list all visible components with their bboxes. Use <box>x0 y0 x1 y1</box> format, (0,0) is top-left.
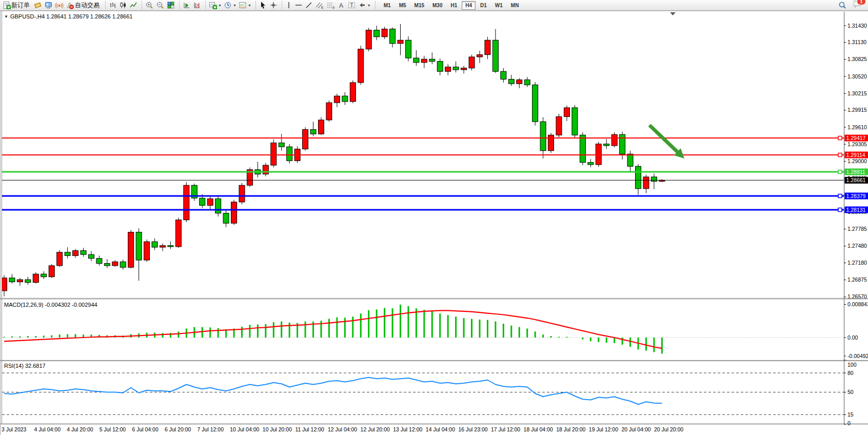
toolbar-separator <box>372 1 376 9</box>
timeframe-M5[interactable]: M5 <box>396 1 410 10</box>
cursor-button[interactable] <box>258 1 268 10</box>
rsi-axis-label: 50 <box>847 389 854 395</box>
svg-text:A: A <box>339 2 343 9</box>
timeframe-H1[interactable]: H1 <box>447 1 461 10</box>
price-tick-label: 1.30215 <box>847 90 867 96</box>
notifications-button[interactable]: 1 <box>853 0 863 11</box>
candle-up <box>2 278 7 291</box>
candlestick-chart-button[interactable] <box>118 1 128 10</box>
toolbar-separator <box>139 1 142 9</box>
indicators-dropdown-caret[interactable]: ▼ <box>218 4 222 7</box>
candle-down <box>65 252 70 256</box>
candle-up <box>564 108 569 116</box>
tile-windows-button[interactable] <box>166 1 176 10</box>
chart-canvas[interactable]: 1.314301.311301.308251.305201.302151.299… <box>0 11 868 435</box>
candle-down <box>604 144 609 146</box>
timeframe-D1[interactable]: D1 <box>477 1 490 10</box>
candle-up <box>350 83 356 102</box>
line-anchor-handle <box>838 208 842 211</box>
timeframe-W1[interactable]: W1 <box>491 1 506 10</box>
line-anchor-handle <box>838 170 842 173</box>
trendline-icon <box>305 1 313 9</box>
periods-button[interactable]: ▼ <box>223 1 238 10</box>
candle-down <box>374 30 380 37</box>
new-order-button[interactable]: 新订单 <box>2 1 32 10</box>
bar-chart-button[interactable] <box>108 1 118 10</box>
periods-dropdown-caret[interactable]: ▼ <box>233 4 236 7</box>
candle-up <box>382 29 387 37</box>
chart-window[interactable]: 1.314301.311301.308251.305201.302151.299… <box>0 11 868 435</box>
zoom-out-button[interactable] <box>155 1 166 10</box>
toolbar-right-group: 1 <box>837 0 868 11</box>
autotrading-button[interactable]: 自动交易 <box>65 1 102 10</box>
candle-down <box>627 154 633 166</box>
price-line-label: 1.28661 <box>846 177 866 183</box>
time-axis[interactable]: 3 Jul 20234 Jul 04:004 Jul 20:005 Jul 12… <box>2 426 683 432</box>
candle-up <box>33 274 38 282</box>
candle-up <box>596 144 601 165</box>
candle-up <box>144 242 150 260</box>
time-axis-label: 3 Jul 2023 <box>2 426 27 432</box>
timeframe-M30[interactable]: M30 <box>429 1 446 10</box>
horizontal-line-tool[interactable] <box>293 1 304 10</box>
auto-scroll-button[interactable] <box>182 1 192 10</box>
candle-down <box>104 264 110 266</box>
candle-up <box>263 165 268 174</box>
candle-up <box>160 246 166 247</box>
toolbar-separator <box>103 1 106 9</box>
timeframe-H4[interactable]: H4 <box>462 1 476 10</box>
price-tick-label: 1.29610 <box>847 124 867 130</box>
fibonacci-tool[interactable]: F <box>325 1 337 10</box>
price-tick-label: 1.27480 <box>847 243 867 249</box>
line-chart-icon <box>129 1 137 9</box>
price-tick-label: 1.27785 <box>847 226 867 232</box>
time-axis-label: 7 Jul 12:00 <box>198 426 224 432</box>
toolbar-separator <box>176 1 180 9</box>
arrows-tool[interactable]: ▼ <box>357 1 372 10</box>
text-label-tool[interactable]: T <box>346 1 357 10</box>
candle-down <box>152 242 157 247</box>
indicators-button[interactable]: ▼ <box>208 1 223 10</box>
autotrading-icon <box>66 1 74 9</box>
equidistant-channel-tool[interactable]: E <box>314 1 325 10</box>
macd-axis-label: 0.00 <box>847 334 858 341</box>
gold-ingot-button[interactable] <box>32 1 43 10</box>
candle-up <box>611 134 617 146</box>
virtual-hosting-button[interactable] <box>43 1 54 10</box>
new-order-icon <box>3 1 11 9</box>
candle-down <box>588 163 594 165</box>
templates-button[interactable]: ▼ <box>238 1 252 10</box>
templates-dropdown-caret[interactable]: ▼ <box>248 4 251 7</box>
candle-down <box>287 147 292 161</box>
candle-down <box>508 79 514 84</box>
text-tool[interactable]: A <box>337 1 346 10</box>
search-button[interactable] <box>837 1 848 10</box>
candle-down <box>429 59 435 61</box>
chart-shift-button[interactable] <box>192 1 202 10</box>
candle-up <box>398 40 403 44</box>
price-tick-label: 1.30520 <box>847 73 867 80</box>
arrows-dropdown-caret[interactable]: ▼ <box>367 4 371 7</box>
crosshair-button[interactable] <box>268 1 279 10</box>
line-chart-button[interactable] <box>128 1 139 10</box>
candle-up <box>239 185 245 202</box>
price-tick-label: 1.29915 <box>847 107 867 113</box>
candle-down <box>200 198 205 205</box>
zoom-in-button[interactable] <box>144 1 155 10</box>
signals-button[interactable] <box>54 1 65 10</box>
candle-down <box>9 278 15 282</box>
trendline-tool[interactable] <box>304 1 314 10</box>
timeframe-M1[interactable]: M1 <box>380 1 394 10</box>
candle-down <box>413 58 419 63</box>
candle-down <box>96 259 102 264</box>
candle-up <box>231 202 237 223</box>
vertical-line-tool[interactable] <box>284 1 293 10</box>
candle-up <box>57 252 63 266</box>
timeframe-M15[interactable]: M15 <box>411 1 428 10</box>
candle-down <box>651 177 657 182</box>
time-axis-label: 14 Jul 04:00 <box>426 426 455 432</box>
candle-up <box>326 103 332 120</box>
price-line-label: 1.28811 <box>846 169 865 175</box>
time-axis-label: 12 Jul 20:00 <box>361 426 390 432</box>
timeframe-MN[interactable]: MN <box>507 1 523 10</box>
